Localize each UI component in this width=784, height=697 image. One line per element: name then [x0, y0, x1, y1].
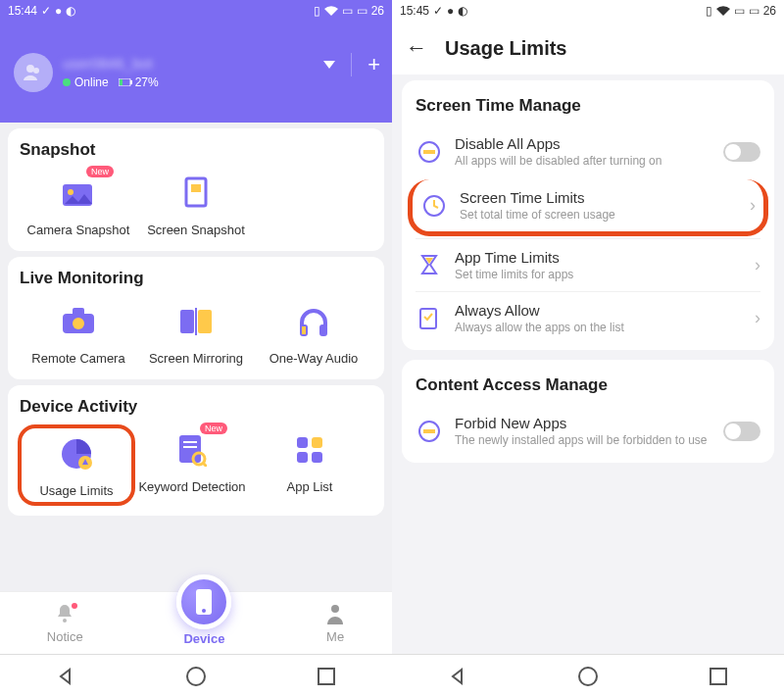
status-battery: 26	[763, 4, 776, 18]
app-time-limits-row[interactable]: App Time Limits Set time limits for apps…	[416, 238, 760, 291]
vibrate-icon: ▯	[314, 4, 320, 18]
user-icon: ●	[447, 4, 454, 18]
toggle-switch[interactable]	[723, 422, 760, 441]
photo-icon	[57, 172, 100, 215]
mirror-icon	[174, 300, 218, 343]
battery-icon: ▭	[357, 4, 368, 18]
screen-snapshot-tile[interactable]: Screen Snapshot	[137, 172, 255, 237]
status-time: 15:45	[400, 4, 429, 18]
recent-icon[interactable]	[316, 666, 337, 687]
signal-icon: ▭	[734, 4, 745, 18]
svg-point-6	[68, 189, 74, 195]
svg-rect-14	[195, 308, 197, 335]
signal-icon: ▭	[342, 4, 353, 18]
nav-me[interactable]: Me	[325, 603, 345, 644]
svg-rect-24	[297, 437, 308, 448]
status-time: 15:44	[8, 4, 37, 18]
recent-icon[interactable]	[708, 666, 729, 687]
always-allow-row[interactable]: Always Allow Always allow the apps on th…	[416, 291, 760, 344]
camera-snapshot-tile[interactable]: New Camera Snapshot	[20, 172, 137, 237]
home-icon[interactable]	[577, 666, 599, 687]
svg-rect-17	[302, 326, 306, 334]
activity-title: Device Activity	[20, 397, 372, 417]
section-title: Screen Time Manage	[416, 96, 760, 116]
check-icon: ✓	[41, 4, 51, 18]
avatar[interactable]	[14, 53, 53, 92]
screen-time-section: Screen Time Manage Disable All Apps All …	[402, 80, 774, 350]
svg-rect-21	[183, 446, 197, 448]
app-list-tile[interactable]: App List	[251, 428, 368, 502]
dropdown-icon[interactable]	[323, 61, 335, 69]
home-icon[interactable]	[185, 666, 207, 687]
battery-icon: ▭	[749, 4, 760, 18]
svg-rect-19	[179, 435, 201, 463]
svg-point-31	[331, 605, 339, 613]
svg-rect-3	[130, 80, 132, 84]
new-badge: New	[86, 166, 114, 177]
svg-rect-27	[312, 452, 322, 463]
screen-time-limits-row[interactable]: Screen Time Limits Set total time of scr…	[408, 179, 768, 236]
usage-limits-screen: 15:45 ✓ ● ◐ ▯ ▭ ▭ 26 ← Usage Limits Scre…	[392, 0, 784, 697]
device-screen: 15:44 ✓ ● ◐ ▯ ▭ ▭ 26 user0846_bot Online…	[0, 0, 392, 697]
svg-point-11	[73, 318, 84, 329]
keyword-detection-tile[interactable]: New Keyword Detection	[133, 428, 251, 502]
moon-icon: ◐	[66, 4, 75, 18]
live-monitoring-card: Live Monitoring Remote Camera Screen Mir…	[8, 257, 384, 379]
disable-all-apps-row[interactable]: Disable All Apps All apps will be disabl…	[416, 125, 760, 177]
svg-point-40	[579, 668, 597, 685]
svg-rect-16	[319, 324, 327, 336]
svg-rect-8	[191, 184, 201, 192]
status-bar: 15:45 ✓ ● ◐ ▯ ▭ ▭ 26	[392, 0, 784, 22]
notification-dot	[72, 603, 77, 609]
username: user0846_bot	[63, 55, 159, 72]
usage-limits-tile[interactable]: Usage Limits	[18, 424, 135, 506]
camera-icon	[57, 300, 100, 343]
back-icon[interactable]	[55, 666, 76, 687]
chevron-right-icon: ›	[755, 308, 760, 328]
user-icon: ●	[55, 4, 62, 18]
add-button[interactable]: +	[368, 54, 380, 75]
device-battery: 27%	[119, 75, 159, 89]
snapshot-title: Snapshot	[20, 140, 372, 160]
vibrate-icon: ▯	[706, 4, 712, 18]
live-title: Live Monitoring	[20, 269, 372, 288]
clock-icon	[420, 192, 448, 220]
nav-device[interactable]	[176, 574, 231, 629]
svg-point-28	[63, 619, 67, 622]
nav-notice[interactable]: Notice	[47, 603, 83, 644]
forbid-icon	[416, 138, 443, 166]
svg-rect-39	[423, 429, 435, 433]
grid-icon	[288, 428, 331, 472]
check-icon: ✓	[433, 4, 443, 18]
online-status: Online	[63, 75, 109, 89]
remote-camera-tile[interactable]: Remote Camera	[20, 300, 137, 366]
svg-rect-41	[710, 669, 726, 684]
svg-rect-20	[183, 441, 197, 443]
profile-header: user0846_bot Online 27% +	[0, 22, 392, 123]
svg-point-30	[202, 609, 206, 613]
svg-point-32	[187, 668, 205, 685]
back-icon[interactable]	[447, 666, 468, 687]
device-activity-card: Device Activity Usage Limits New Keyword…	[8, 385, 384, 516]
bell-icon	[54, 603, 75, 627]
svg-rect-33	[318, 669, 334, 684]
forbid-icon	[416, 418, 443, 445]
svg-line-23	[203, 463, 207, 467]
screenshot-icon	[174, 172, 218, 215]
clock-icon	[55, 432, 98, 475]
chevron-right-icon: ›	[755, 255, 760, 275]
svg-rect-12	[180, 310, 194, 333]
new-badge: New	[200, 423, 227, 434]
back-button[interactable]: ←	[406, 35, 427, 61]
checklist-icon	[416, 305, 443, 332]
headphone-icon	[292, 300, 335, 343]
toggle-switch[interactable]	[723, 142, 760, 162]
screen-mirroring-tile[interactable]: Screen Mirroring	[137, 300, 255, 366]
one-way-audio-tile[interactable]: One-Way Audio	[255, 300, 372, 366]
svg-rect-25	[312, 437, 322, 448]
svg-rect-4	[120, 79, 122, 85]
svg-rect-13	[198, 310, 212, 333]
svg-rect-26	[297, 452, 308, 463]
forbid-new-apps-row[interactable]: Forbid New Apps The newly installed apps…	[416, 405, 760, 457]
system-nav	[0, 654, 392, 697]
